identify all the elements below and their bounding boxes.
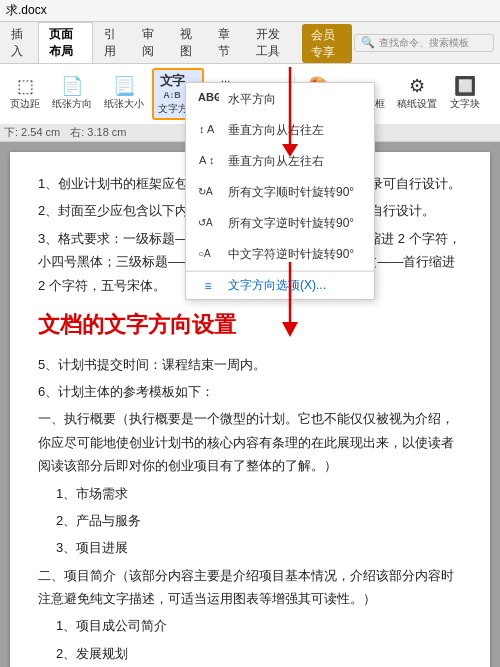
text-direction-dropdown: ABC→ 水平方向 ↕A 垂直方向从右往左 A↕ 垂直方向从左往右 ↻A 所有文… [185,82,375,300]
tab-developer[interactable]: 开发工具 [245,22,299,63]
text-block-button[interactable]: 🔲 文字块 [445,75,485,113]
tab-reference[interactable]: 引用 [93,22,131,63]
dropdown-cw90[interactable]: ↻A 所有文字顺时针旋转90° [186,177,374,208]
orientation-icon: 📄 [61,77,83,95]
dropdown-chinese-ccw[interactable]: ○A 中文字符逆时针旋转90° [186,239,374,270]
chinese-ccw-icon: ○A [196,244,220,265]
dropdown-vertical-ltr-label: 垂直方向从左往右 [228,153,324,170]
settings-button[interactable]: ⚙ 稿纸设置 [393,75,441,113]
ruler-right-label: 右: 3.18 cm [70,125,126,140]
options-icon: ≡ [196,279,220,293]
paper-size-label: 纸张大小 [104,97,144,111]
tab-member[interactable]: 会员专享 [302,24,352,63]
svg-text:A: A [207,123,215,135]
doc-list-1: 1、市场需求 [56,482,462,505]
tab-page-layout[interactable]: 页面布局 [38,22,92,63]
tab-insert[interactable]: 插入 [0,22,38,63]
search-placeholder: 查找命令、搜索模板 [379,36,469,50]
doc-list-2: 2、产品与服务 [56,509,462,532]
doc-list-3: 3、项目进展 [56,536,462,559]
doc-heading: 文档的文字方向设置 [38,305,462,345]
paper-size-icon: 📃 [113,77,135,95]
horizontal-icon: ABC→ [196,88,220,110]
margin-icon: ⬚ [17,77,34,95]
dropdown-chinese-ccw-label: 中文字符逆时针旋转90° [228,246,354,263]
margin-button[interactable]: ⬚ 页边距 [6,75,44,113]
settings-label: 稿纸设置 [397,97,437,111]
svg-text:↕: ↕ [199,123,205,135]
doc-list-5: 2、发展规划 [56,642,462,665]
doc-para-6: 6、计划主体的参考模板如下： [38,380,462,403]
text-block-label: 文字块 [450,97,480,111]
dropdown-options[interactable]: ≡ 文字方向选项(X)... [186,271,374,299]
vertical-rtl-icon: ↕A [196,120,220,141]
svg-text:○A: ○A [198,248,211,259]
doc-exec-summary: 一、执行概要（执行概要是一个微型的计划。它也不能仅仅被视为介绍，你应尽可能地使创… [38,407,462,477]
dropdown-ccw90[interactable]: ↺A 所有文字逆时针旋转90° [186,208,374,239]
tab-view[interactable]: 视图 [169,22,207,63]
text-block-icon: 🔲 [454,77,476,95]
margin-label: 页边距 [10,97,40,111]
paper-size-button[interactable]: 📃 纸张大小 [100,75,148,113]
ruler-bottom-label: 下: 2.54 cm [4,125,60,140]
dropdown-options-label: 文字方向选项(X)... [228,277,326,294]
doc-project-intro: 二、项目简介（该部分内容主要是介绍项目基本情况，介绍该部分内容时注意避免纯文字描… [38,564,462,611]
ribbon-tabs: 插入 页面布局 引用 审阅 视图 章节 开发工具 会员专享 🔍 查找命令、搜索模… [0,22,500,64]
dropdown-ccw90-label: 所有文字逆时针旋转90° [228,215,354,232]
dropdown-horizontal-label: 水平方向 [228,91,276,108]
dropdown-vertical-rtl-label: 垂直方向从右往左 [228,122,324,139]
settings-icon: ⚙ [409,77,425,95]
dropdown-vertical-rtl[interactable]: ↕A 垂直方向从右往左 [186,115,374,146]
doc-para-5: 5、计划书提交时间：课程结束一周内。 [38,353,462,376]
dropdown-horizontal[interactable]: ABC→ 水平方向 [186,83,374,115]
title-bar: 求.docx [0,0,500,22]
svg-text:↺A: ↺A [198,217,213,228]
orientation-button[interactable]: 📄 纸张方向 [48,75,96,113]
tab-review[interactable]: 审阅 [131,22,169,63]
doc-list-4: 1、项目成公司简介 [56,614,462,637]
text-direction-icon: 文字 A↕B [160,72,184,100]
filename: 求.docx [6,2,47,19]
dropdown-cw90-label: 所有文字顺时针旋转90° [228,184,354,201]
tab-section[interactable]: 章节 [207,22,245,63]
cw90-icon: ↻A [196,182,220,203]
orientation-label: 纸张方向 [52,97,92,111]
svg-text:A: A [199,154,207,166]
svg-text:→: → [211,91,219,103]
dropdown-vertical-ltr[interactable]: A↕ 垂直方向从左往右 [186,146,374,177]
ccw90-icon: ↺A [196,213,220,234]
svg-text:↻A: ↻A [198,186,213,197]
search-box[interactable]: 🔍 查找命令、搜索模板 [354,34,494,52]
svg-text:↕: ↕ [209,154,215,166]
vertical-ltr-icon: A↕ [196,151,220,172]
